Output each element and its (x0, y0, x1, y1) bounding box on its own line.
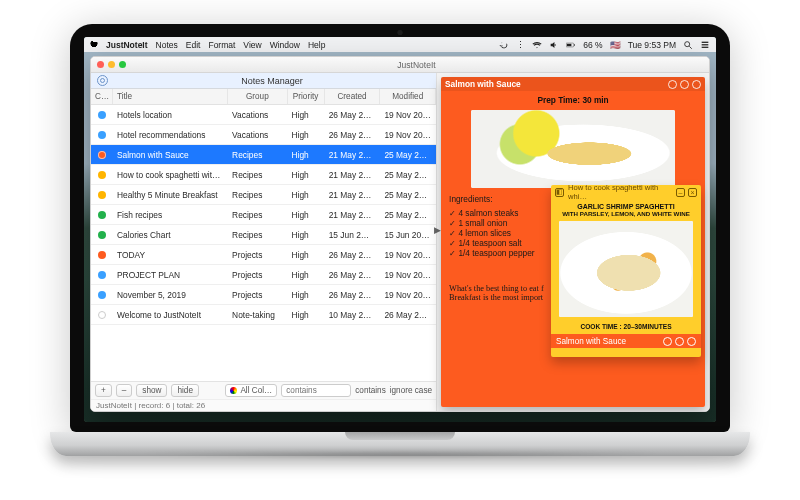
ignore-case-label[interactable]: ignore case (390, 386, 432, 395)
cell-modified: 19 Nov 20… (380, 270, 436, 280)
cell-modified: 25 May 2… (380, 190, 436, 200)
volume-icon[interactable] (549, 40, 559, 50)
menu-view[interactable]: View (243, 40, 261, 50)
cell-modified: 15 Jun 20… (380, 230, 436, 240)
cell-modified: 19 Nov 20… (380, 290, 436, 300)
menu-format[interactable]: Format (208, 40, 235, 50)
sticky-footer[interactable]: Salmon with Sauce (551, 334, 701, 348)
sticky-roll-icon[interactable] (668, 80, 677, 89)
battery-icon[interactable] (566, 40, 576, 50)
col-modified[interactable]: Modified (380, 89, 436, 104)
table-row[interactable]: How to cook spaghetti with…RecipesHigh21… (91, 165, 436, 185)
table-row[interactable]: Calories ChartRecipesHigh15 Jun 2…15 Jun… (91, 225, 436, 245)
sticky-note-spaghetti[interactable]: ◧ How to cook spaghetti with whi… – × GA… (551, 185, 701, 357)
contains-label[interactable]: contains (355, 386, 386, 395)
col-color[interactable]: Color (91, 89, 113, 104)
footer-action-icon[interactable] (663, 337, 672, 346)
cell-created: 26 May 2… (325, 110, 381, 120)
cell-group: Recipes (228, 190, 287, 200)
filter-bar: + – show hide All Col… contains ignor (91, 381, 436, 399)
table-row[interactable]: Fish recipesRecipesHigh21 May 2…25 May 2… (91, 205, 436, 225)
cell-group: Projects (228, 250, 287, 260)
cell-title: Hotels location (113, 110, 228, 120)
table-row[interactable]: Hotel recommendationsVacationsHigh26 May… (91, 125, 436, 145)
cell-created: 26 May 2… (325, 250, 381, 260)
cell-group: Recipes (228, 170, 287, 180)
panel-disclosure-icon[interactable]: ▶ (434, 225, 441, 235)
col-created[interactable]: Created (325, 89, 381, 104)
cell-priority: High (288, 270, 325, 280)
cell-priority: High (288, 150, 325, 160)
cell-title: November 5, 2019 (113, 290, 228, 300)
input-flag[interactable]: 🇺🇸 (610, 40, 621, 50)
notes-canvas: ▶ Salmon with Sauce (437, 73, 709, 411)
close-icon[interactable] (97, 61, 104, 68)
sticky-min-icon[interactable]: – (676, 188, 685, 197)
sticky-close-icon[interactable]: × (688, 188, 697, 197)
status-bar: JustNoteIt record: 6 total: 26 (91, 399, 436, 411)
hide-button[interactable]: hide (171, 384, 198, 397)
show-button[interactable]: show (136, 384, 167, 397)
menu-help[interactable]: Help (308, 40, 325, 50)
footer-action-icon[interactable] (675, 337, 684, 346)
svg-rect-7 (702, 46, 709, 47)
prep-time: Prep Time: 30 min (449, 95, 697, 105)
apple-menu-icon[interactable] (90, 39, 98, 50)
table-row[interactable]: November 5, 2019ProjectsHigh26 May 2…19 … (91, 285, 436, 305)
table-row[interactable]: Salmon with SauceRecipesHigh21 May 2…25 … (91, 145, 436, 165)
cell-priority: High (288, 230, 325, 240)
notifications-icon[interactable] (700, 40, 710, 50)
col-group[interactable]: Group (228, 89, 287, 104)
menu-window[interactable]: Window (270, 40, 300, 50)
cell-group: Vacations (228, 130, 287, 140)
search-input[interactable] (281, 384, 351, 397)
footer-title: Salmon with Sauce (556, 337, 626, 346)
menu-notes[interactable]: Notes (156, 40, 178, 50)
table-row[interactable]: Healthy 5 Minute BreakfastRecipesHigh21 … (91, 185, 436, 205)
clock[interactable]: Tue 9:53 PM (628, 40, 676, 50)
cell-title: Welcome to JustNoteIt (113, 310, 228, 320)
cell-created: 21 May 2… (325, 210, 381, 220)
cell-title: PROJECT PLAN (113, 270, 228, 280)
sticky-title: How to cook spaghetti with whi… (568, 185, 676, 201)
color-filter[interactable]: All Col… (225, 384, 277, 397)
table-row[interactable]: TODAYProjectsHigh26 May 2…19 Nov 20… (91, 245, 436, 265)
sticky-close-icon[interactable] (692, 80, 701, 89)
col-title[interactable]: Title (113, 89, 228, 104)
cell-created: 21 May 2… (325, 190, 381, 200)
sync-icon[interactable] (499, 40, 509, 50)
cell-priority: High (288, 170, 325, 180)
minimize-icon[interactable] (108, 61, 115, 68)
wifi-icon[interactable] (532, 40, 542, 50)
menu-edit[interactable]: Edit (186, 40, 201, 50)
gear-icon[interactable] (97, 75, 108, 86)
cell-modified: 25 May 2… (380, 170, 436, 180)
window-titlebar[interactable]: JustNoteIt (91, 57, 709, 73)
col-priority[interactable]: Priority (288, 89, 325, 104)
cell-group: Recipes (228, 210, 287, 220)
column-headers[interactable]: Color Title Group Priority Created Modif… (91, 89, 436, 105)
recipe-photo (471, 110, 674, 188)
table-row[interactable]: Hotels locationVacationsHigh26 May 2…19 … (91, 105, 436, 125)
svg-rect-6 (702, 44, 709, 45)
table-row[interactable]: PROJECT PLANProjectsHigh26 May 2…19 Nov … (91, 265, 436, 285)
spotlight-icon[interactable] (683, 40, 693, 50)
add-button[interactable]: + (95, 384, 112, 397)
footer-action-icon[interactable] (687, 337, 696, 346)
color-dot-icon (98, 131, 106, 139)
cell-created: 26 May 2… (325, 270, 381, 280)
note-pin-icon[interactable]: ◧ (555, 188, 564, 197)
svg-rect-1 (567, 43, 572, 45)
cell-created: 15 Jun 2… (325, 230, 381, 240)
cell-title: TODAY (113, 250, 228, 260)
zoom-icon[interactable] (119, 61, 126, 68)
table-row[interactable]: Welcome to JustNoteItNote-takingHigh10 M… (91, 305, 436, 325)
app-menu[interactable]: JustNoteIt (106, 40, 148, 50)
macos-menubar: JustNoteIt Notes Edit Format View Window… (84, 37, 716, 52)
remove-button[interactable]: – (116, 384, 133, 397)
cell-priority: High (288, 290, 325, 300)
cell-priority: High (288, 110, 325, 120)
cell-priority: High (288, 310, 325, 320)
cell-created: 21 May 2… (325, 150, 381, 160)
sticky-min-icon[interactable] (680, 80, 689, 89)
